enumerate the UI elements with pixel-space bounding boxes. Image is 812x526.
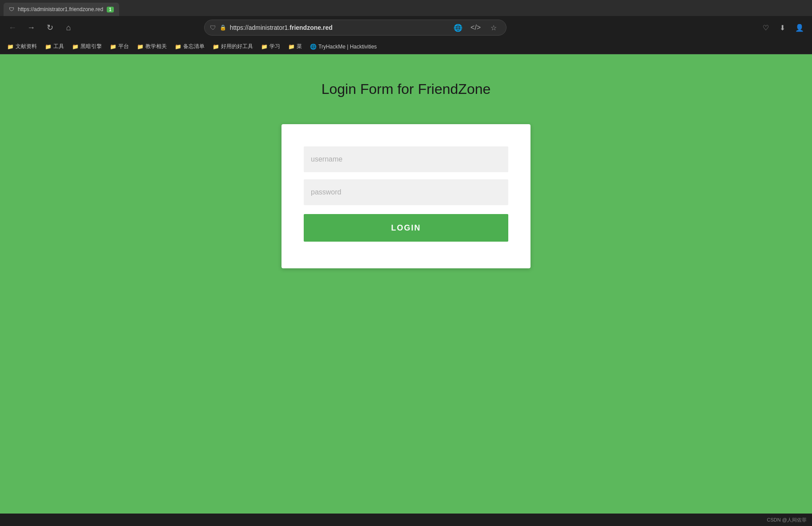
back-icon: ← [8,23,16,32]
url-prefix: https://administrator1. [230,24,290,31]
tab-favicon: 🛡 [9,6,14,12]
bookmark-item[interactable]: 🌐 TryHackMe | Hacktivities [306,42,380,52]
tab-bar: 🛡 https://administrator1.friendzone.red … [0,0,812,16]
bookmark-star-icon[interactable]: ☆ [486,20,501,35]
bookmarks-bar: 📁 文献资料 📁 工具 📁 黑暗引擎 📁 平台 📁 教学相关 📁 备忘清单 📁 … [0,39,812,54]
bookmark-label: 菜 [297,43,302,50]
password-input[interactable] [304,179,508,205]
bookmark-label: 黑暗引擎 [80,43,102,50]
bookmark-folder-icon: 📁 [45,44,52,50]
tab-badge: 1 [107,7,114,12]
bookmark-label: 工具 [53,43,64,50]
bookmark-label: 文献资料 [16,43,37,50]
bookmark-label: 好用的好工具 [221,43,253,50]
forward-button[interactable]: → [24,20,38,35]
bookmark-label: 教学相关 [145,43,167,50]
bookmark-folder-icon: 📁 [72,44,79,50]
bookmark-label: 学习 [269,43,280,50]
bookmark-item[interactable]: 📁 菜 [285,41,306,52]
bookmark-item[interactable]: 📁 好用的好工具 [209,41,257,52]
bookmark-item[interactable]: 📁 文献资料 [4,41,40,52]
tab-label: https://administrator1.friendzone.red [18,6,103,12]
back-button[interactable]: ← [5,20,20,35]
bookmark-label: TryHackMe | Hacktivities [318,44,377,50]
bookmark-folder-icon: 📁 [110,44,117,50]
bookmark-folder-icon: 📁 [288,44,295,50]
nav-bar: ← → ↻ ⌂ 🛡 🔒 https://administrator1.frien… [0,16,812,39]
browser-tab[interactable]: 🛡 https://administrator1.friendzone.red … [4,3,119,16]
home-button[interactable]: ⌂ [61,20,76,35]
status-text: CSDN @人间佐菲 [767,517,807,523]
forward-icon: → [27,23,35,32]
bookmark-folder-icon: 📁 [7,44,14,50]
bookmark-item[interactable]: 📁 工具 [41,41,68,52]
login-button[interactable]: LOGIN [304,214,508,242]
devtools-icon: </> [469,20,483,35]
bookmark-folder-icon: 📁 [175,44,181,50]
bookmark-item[interactable]: 📁 平台 [106,41,133,52]
bookmark-item[interactable]: 📁 学习 [257,41,284,52]
bookmark-folder-icon: 📁 [137,44,144,50]
username-input[interactable] [304,146,508,172]
refresh-button[interactable]: ↻ [43,20,57,35]
bookmark-item[interactable]: 📁 备忘清单 [171,41,208,52]
bookmark-item[interactable]: 📁 教学相关 [133,41,170,52]
shield-icon: 🛡 [210,24,216,31]
url-domain: friendzone.red [289,24,332,31]
browser-chrome: 🛡 https://administrator1.friendzone.red … [0,0,812,54]
bookmark-folder-icon: 📁 [261,44,268,50]
status-bar: CSDN @人间佐菲 [0,514,812,526]
translate-icon: 🌐 [451,20,465,35]
bookmark-globe-icon: 🌐 [310,44,317,50]
pocket-icon[interactable]: ♡ [759,20,773,35]
address-bar[interactable]: 🛡 🔒 https://administrator1.friendzone.re… [204,20,506,36]
login-card: LOGIN [281,124,531,268]
page-content: Login Form for FriendZone LOGIN [0,54,812,514]
download-icon[interactable]: ⬇ [776,20,790,35]
home-icon: ⌂ [66,23,71,32]
page-title: Login Form for FriendZone [322,81,491,97]
bookmark-label: 平台 [118,43,129,50]
lock-icon: 🔒 [220,24,226,31]
refresh-icon: ↻ [47,23,53,32]
url-text: https://administrator1.friendzone.red [230,24,447,31]
bookmark-folder-icon: 📁 [213,44,219,50]
profile-icon[interactable]: 👤 [792,20,807,35]
bookmark-label: 备忘清单 [183,43,205,50]
bookmark-item[interactable]: 📁 黑暗引擎 [68,41,105,52]
nav-actions: ♡ ⬇ 👤 [759,20,807,35]
